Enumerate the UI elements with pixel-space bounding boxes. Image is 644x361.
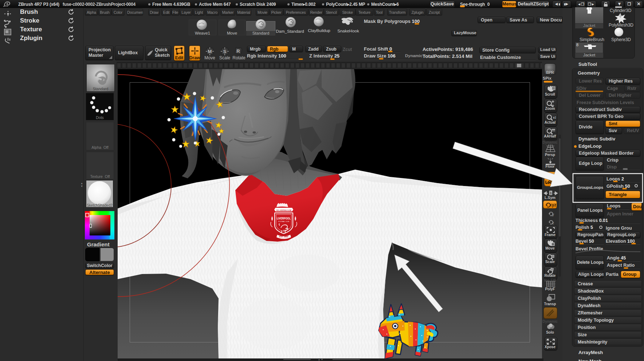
svg-text:xyz: xyz [549,202,556,207]
svg-text:x1: x1 [553,116,556,119]
svg-text:M: M [208,49,212,54]
svg-text:1: 1 [550,191,552,195]
svg-text:EST 1892: EST 1892 [279,235,288,238]
svg-text:R: R [236,48,240,54]
svg-text:S: S [223,49,227,54]
svg-text:FOOTBALL CLUB: FOOTBALL CLUB [278,221,289,222]
svg-text:LIVERPOOL: LIVERPOOL [277,217,291,220]
svg-text:y: y [552,213,554,217]
svg-text:YOU'LL NEVER WALK ALONE: YOU'LL NEVER WALK ALONE [276,209,291,211]
svg-text:z: z [552,221,554,225]
